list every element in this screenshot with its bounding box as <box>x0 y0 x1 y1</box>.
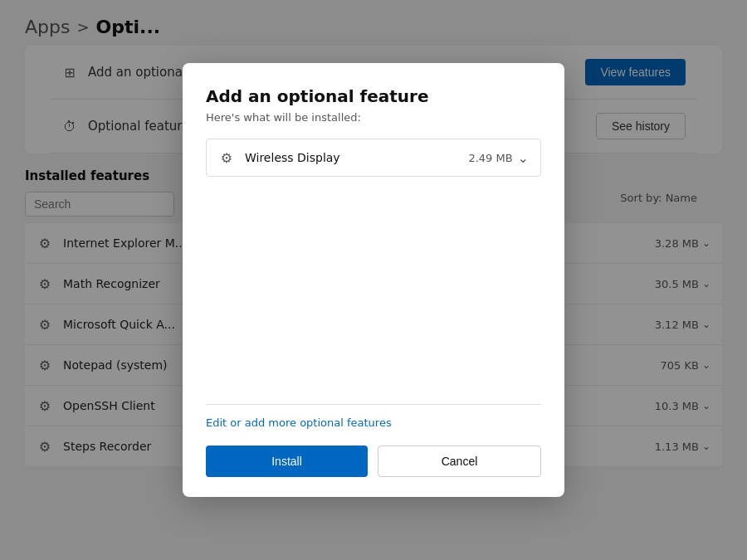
modal-subtitle: Here's what will be installed: <box>206 111 541 124</box>
modal-action-buttons: Install Cancel <box>206 446 541 477</box>
modal-overlay: Add an optional feature Here's what will… <box>0 0 747 560</box>
edit-optional-link[interactable]: Edit or add more optional features <box>206 416 541 429</box>
modal-feature-row: ⚙ Wireless Display 2.49 MB ⌄ <box>206 139 541 177</box>
cancel-button[interactable]: Cancel <box>378 446 541 477</box>
modal-divider <box>206 404 541 405</box>
modal-feature-size: 2.49 MB <box>468 152 512 164</box>
modal-title: Add an optional feature <box>206 86 541 106</box>
modal-dialog: Add an optional feature Here's what will… <box>183 63 564 497</box>
wireless-display-icon: ⚙ <box>218 149 235 166</box>
install-button[interactable]: Install <box>206 446 368 477</box>
modal-content-spacer <box>206 188 541 404</box>
chevron-down-icon[interactable]: ⌄ <box>518 150 529 166</box>
modal-feature-name: Wireless Display <box>245 151 340 164</box>
